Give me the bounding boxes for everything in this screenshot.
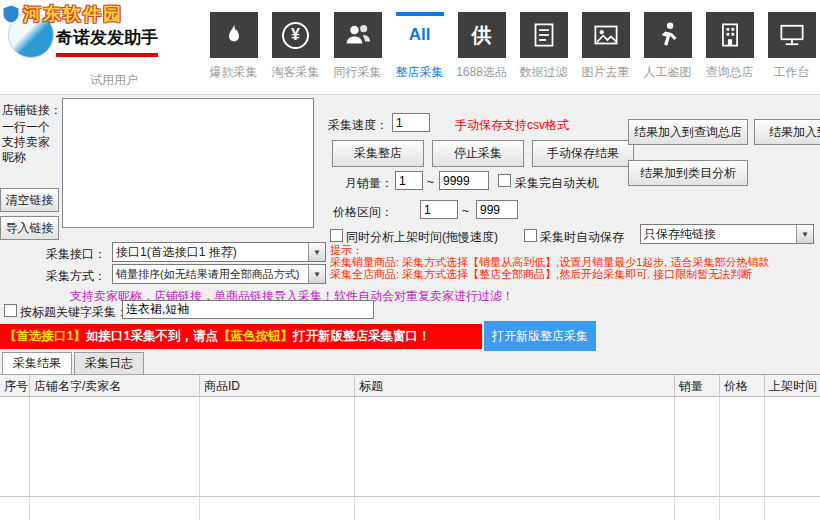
toolbar-item-label: 人工鉴图 [644, 64, 692, 81]
shop-links-hints: 一行一个 支持卖家昵称 [2, 120, 60, 165]
col-header-index[interactable]: 序号 [0, 375, 30, 396]
monthly-min-input[interactable] [395, 171, 423, 190]
toolbar-item-label: 查询总店 [706, 64, 754, 81]
csv-note: 手动保存支持csv格式 [455, 117, 569, 134]
monthly-sales-label: 月销量： [345, 175, 393, 192]
toolbar-item-label: 淘客采集 [272, 64, 320, 81]
document-lines-icon [520, 12, 568, 58]
user-status: 试用用户 [90, 72, 138, 89]
yen-glyph: ¥ [282, 22, 309, 49]
toolbar-item-label: 同行采集 [334, 64, 382, 81]
monitor-icon [768, 12, 816, 58]
mode-value: 销量排序(如无结果请用全部商品方式) [113, 265, 308, 283]
app-window: 河东软件园 奇诺发发助手 试用用户 爆款采集 ¥ 淘客采集 [0, 0, 820, 520]
price-tilde: ~ [462, 204, 469, 218]
banner-part3: 【蓝色按钮】 [218, 328, 293, 345]
toolbar-item-label: 爆款采集 [210, 64, 258, 81]
toolbar-item-taoke-collect[interactable]: ¥ 淘客采集 [265, 4, 326, 81]
analyze-time-label: 同时分析上架时间(拖慢速度) [346, 229, 498, 246]
autosave-checkbox[interactable] [524, 229, 537, 242]
col-header-listed-time[interactable]: 上架时间 [765, 375, 820, 396]
price-max-input[interactable] [476, 200, 518, 219]
keyword-input[interactable] [122, 300, 374, 319]
toolbar-item-1688-selection[interactable]: 供 1688选品 [451, 4, 512, 81]
toolbar-item-whole-store-collect[interactable]: All 整店采集 [389, 4, 450, 81]
price-range-label: 价格区间： [333, 204, 393, 221]
toolbar: 爆款采集 ¥ 淘客采集 同行采集 [203, 4, 820, 81]
monthly-tilde: ~ [427, 175, 434, 189]
shutdown-checkbox[interactable] [498, 174, 511, 187]
start-collect-button[interactable]: 采集整店 [332, 140, 424, 167]
toolbar-item-label: 数据过滤 [520, 64, 568, 81]
add-to-category-button[interactable]: 结果加到类目分析 [628, 160, 748, 186]
hint-seller-nickname: 支持卖家昵称 [2, 135, 60, 165]
import-links-button[interactable]: 导入链接 [0, 216, 59, 240]
building-icon [706, 12, 754, 58]
col-header-sales[interactable]: 销量 [675, 375, 720, 396]
toolbar-item-label: 图片去重 [582, 64, 630, 81]
header: 河东软件园 奇诺发发助手 试用用户 爆款采集 ¥ 淘客采集 [0, 0, 820, 95]
mode-label: 采集方式： [46, 268, 106, 285]
api-label: 采集接口： [46, 246, 106, 263]
interface-warning-banner: 【首选接口1】 如接口1采集不到，请点 【蓝色按钮】 打开新版整店采集窗口！ [0, 324, 482, 349]
toolbar-item-query-store[interactable]: 查询总店 [699, 4, 760, 81]
banner-part1: 【首选接口1】 [4, 328, 86, 345]
save-mode-select[interactable]: 只保存纯链接 ▼ [640, 224, 814, 244]
manual-save-button[interactable]: 手动保存结果 [532, 140, 634, 167]
col-header-shop-name[interactable]: 店铺名字/卖家名 [30, 375, 200, 396]
api-select[interactable]: 接口1(首选接口1 推荐) ▼ [112, 242, 326, 262]
toolbar-item-workbench[interactable]: 工作台 [761, 4, 820, 81]
table-row [0, 497, 820, 520]
toolbar-item-image-dedupe[interactable]: 图片去重 [575, 4, 636, 81]
toolbar-item-hot-collect[interactable]: 爆款采集 [203, 4, 264, 81]
autosave-label: 采集时自动保存 [540, 229, 624, 246]
result-tabs: 采集结果 采集日志 [2, 352, 146, 374]
col-header-title[interactable]: 标题 [355, 375, 675, 396]
tip-line-2: 采集全店商品: 采集方式选择【整店全部商品】,然后开始采集即可. 接口限制暂无法… [330, 267, 752, 282]
toolbar-item-label: 工作台 [774, 64, 810, 81]
mode-select[interactable]: 销量排序(如无结果请用全部商品方式) ▼ [112, 264, 326, 284]
supply-glyph-icon: 供 [458, 12, 506, 58]
results-table: 序号 店铺名字/卖家名 商品ID 标题 销量 价格 上架时间 [0, 374, 820, 520]
chevron-down-icon: ▼ [796, 225, 813, 243]
speed-label: 采集速度： [328, 117, 388, 134]
api-value: 接口1(首选接口1 推荐) [113, 243, 308, 261]
col-header-product-id[interactable]: 商品ID [200, 375, 355, 396]
shop-links-label: 店铺链接： [2, 102, 62, 119]
table-row [0, 397, 820, 497]
add-to-other-button[interactable]: 结果加入到 [754, 119, 820, 145]
shutdown-label: 采集完自动关机 [515, 175, 599, 192]
watermark-text: 河东软件园 [23, 2, 123, 26]
toolbar-item-peer-collect[interactable]: 同行采集 [327, 4, 388, 81]
table-header-row: 序号 店铺名字/卖家名 商品ID 标题 销量 价格 上架时间 [0, 375, 820, 397]
clear-links-button[interactable]: 清空链接 [0, 188, 59, 212]
toolbar-item-label: 1688选品 [456, 64, 507, 81]
shield-icon [2, 4, 20, 24]
yen-icon: ¥ [272, 12, 320, 58]
people-icon [334, 12, 382, 58]
keyword-checkbox[interactable] [4, 304, 17, 317]
shop-links-textarea[interactable] [62, 98, 314, 228]
stop-collect-button[interactable]: 停止采集 [432, 140, 524, 167]
keyword-label: 按标题关键字采集： [20, 304, 128, 321]
tab-collect-results[interactable]: 采集结果 [2, 352, 72, 374]
toolbar-item-manual-review[interactable]: 人工鉴图 [637, 4, 698, 81]
toolbar-item-data-filter[interactable]: 数据过滤 [513, 4, 574, 81]
add-to-query-store-button[interactable]: 结果加入到查询总店 [628, 119, 748, 145]
tab-collect-log[interactable]: 采集日志 [74, 352, 144, 374]
flame-icon [210, 12, 258, 58]
speed-input[interactable] [392, 113, 430, 132]
all-badge-icon: All [396, 12, 444, 58]
open-new-collect-window-button[interactable]: 打开新版整店采集 [484, 321, 596, 351]
person-icon [644, 12, 692, 58]
banner-part2: 如接口1采集不到，请点 [86, 328, 218, 345]
banner-part4: 打开新版整店采集窗口！ [293, 328, 431, 345]
save-mode-value: 只保存纯链接 [641, 225, 796, 243]
price-min-input[interactable] [420, 200, 458, 219]
toolbar-item-label: 整店采集 [396, 64, 444, 81]
col-header-price[interactable]: 价格 [720, 375, 765, 396]
monthly-max-input[interactable] [439, 171, 489, 190]
image-icon [582, 12, 630, 58]
watermark: 河东软件园 [2, 2, 123, 26]
analyze-time-checkbox[interactable] [330, 229, 343, 242]
